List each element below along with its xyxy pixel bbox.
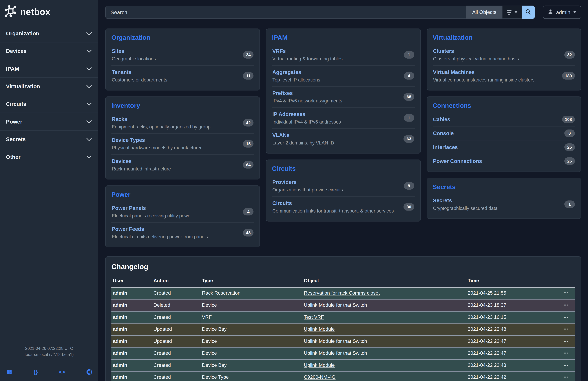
item-link[interactable]: Aggregates	[272, 69, 320, 75]
sidebar-item-other[interactable]: Other	[0, 148, 98, 165]
card-title-circuits[interactable]: Circuits	[272, 165, 415, 173]
user-menu-button[interactable]: admin	[543, 6, 581, 19]
card-title-ipam[interactable]: IPAM	[272, 34, 415, 42]
sidebar-item-devices[interactable]: Devices	[0, 42, 98, 60]
item-link[interactable]: VRFs	[272, 48, 343, 54]
sidebar-nav: OrganizationDevicesIPAMVirtualizationCir…	[0, 25, 98, 166]
count-badge[interactable]: 26	[564, 157, 575, 165]
card-title-inventory[interactable]: Inventory	[111, 102, 254, 110]
count-badge[interactable]: 26	[564, 143, 575, 151]
count-badge[interactable]: 108	[562, 115, 575, 123]
changelog-cell-type: Device	[201, 335, 302, 347]
count-badge[interactable]: 63	[404, 135, 414, 143]
item-link[interactable]: IP Addresses	[272, 111, 341, 117]
docs-book-icon[interactable]	[6, 369, 12, 375]
card-item-prefixes: PrefixesIPv4 & IPv6 network assignments6…	[272, 86, 415, 107]
item-link[interactable]: Prefixes	[272, 90, 342, 96]
count-badge[interactable]: 68	[404, 93, 414, 101]
chevron-down-icon	[86, 102, 92, 106]
item-link[interactable]: Secrets	[433, 197, 498, 203]
main-content: All Objects	[98, 0, 588, 381]
row-menu-button[interactable]: ⋯	[563, 374, 568, 380]
item-link[interactable]: Providers	[272, 179, 343, 185]
item-link[interactable]: VLANs	[272, 132, 334, 138]
card-ipam: IPAMVRFsVirtual routing & forwarding tab…	[266, 29, 420, 154]
count-badge[interactable]: 24	[243, 51, 253, 59]
row-menu-button[interactable]: ⋯	[563, 350, 568, 356]
netbox-logo[interactable]: netbox	[0, 0, 98, 25]
search-filter-button[interactable]	[503, 6, 522, 19]
count-badge[interactable]: 64	[243, 161, 253, 168]
count-badge[interactable]: 32	[564, 51, 575, 59]
object-link[interactable]: Test VRF	[304, 314, 324, 320]
item-link[interactable]: Power Connections	[433, 158, 482, 164]
object-link[interactable]: Reservation for rack Comms closet	[304, 290, 380, 296]
changelog-cell-action: Created	[152, 287, 201, 299]
row-menu-button[interactable]: ⋯	[563, 362, 568, 368]
changelog-cell-time: 2021-04-22 22:43	[466, 359, 558, 371]
row-menu-button[interactable]: ⋯	[563, 302, 568, 308]
row-menu-button[interactable]: ⋯	[563, 290, 568, 296]
count-badge[interactable]: 180	[562, 72, 575, 80]
item-link[interactable]: Clusters	[433, 48, 519, 54]
item-link[interactable]: Interfaces	[433, 144, 458, 150]
object-link[interactable]: Uplink Module	[304, 326, 335, 332]
count-badge[interactable]: 4	[243, 208, 254, 215]
sidebar-item-organization[interactable]: Organization	[0, 25, 98, 42]
card-title-secrets[interactable]: Secrets	[433, 184, 575, 191]
sidebar-item-secrets[interactable]: Secrets	[0, 130, 98, 148]
row-menu-button[interactable]: ⋯	[563, 314, 568, 320]
row-menu-button[interactable]: ⋯	[563, 338, 568, 344]
item-text: CircuitsCommunication links for transit,…	[272, 200, 394, 214]
item-link[interactable]: Racks	[112, 116, 210, 122]
rest-api-braces-icon[interactable]: {}	[34, 369, 38, 375]
item-link[interactable]: Circuits	[272, 200, 394, 206]
row-menu-button[interactable]: ⋯	[563, 326, 568, 332]
code-brackets-icon[interactable]: <>	[59, 369, 65, 375]
count-badge[interactable]: 9	[404, 182, 414, 190]
count-badge[interactable]: 4	[404, 72, 414, 80]
changelog-cell-action: Deleted	[152, 299, 201, 311]
item-link[interactable]: Console	[433, 130, 454, 136]
card-title-organization[interactable]: Organization	[111, 34, 254, 42]
count-badge[interactable]: 48	[243, 229, 253, 237]
item-link[interactable]: Cables	[433, 116, 450, 122]
sidebar-item-circuits[interactable]: Circuits	[0, 95, 98, 112]
item-link[interactable]: Power Panels	[112, 205, 192, 211]
item-link[interactable]: Device Types	[112, 137, 202, 143]
count-badge[interactable]: 15	[243, 140, 253, 148]
count-badge[interactable]: 0	[564, 130, 575, 137]
object-link[interactable]: Uplink Module	[304, 362, 335, 368]
sidebar-item-ipam[interactable]: IPAM	[0, 60, 98, 77]
changelog-cell-time: 2021-04-25 21:55	[466, 287, 558, 299]
changelog-cell-object: C9200-NM-4G	[302, 371, 466, 381]
search-submit-button[interactable]	[522, 6, 535, 19]
search-scope-button[interactable]: All Objects	[466, 6, 503, 19]
count-badge[interactable]: 1	[404, 51, 414, 59]
card-item-tenants: TenantsCustomers or departments11	[111, 65, 254, 86]
topbar: All Objects	[105, 6, 581, 19]
item-link[interactable]: Tenants	[112, 69, 167, 75]
card-item-sites: SitesGeographic locations24	[111, 45, 254, 65]
item-link[interactable]: Devices	[112, 158, 171, 164]
search-input[interactable]	[105, 6, 466, 19]
item-link[interactable]: Virtual Machines	[433, 69, 535, 75]
count-badge[interactable]: 42	[243, 119, 253, 126]
object-link[interactable]: C9200-NM-4G	[304, 374, 336, 380]
count-badge[interactable]: 30	[404, 203, 414, 211]
help-lifebuoy-icon[interactable]	[86, 369, 92, 375]
count-badge[interactable]: 1	[404, 114, 414, 122]
changelog-cell-type: Device	[201, 299, 302, 311]
sidebar-item-power[interactable]: Power	[0, 113, 98, 130]
card-title-power[interactable]: Power	[111, 191, 254, 199]
card-title-virtualization[interactable]: Virtualization	[433, 34, 575, 42]
card-title-connections[interactable]: Connections	[433, 102, 575, 110]
changelog-cell-actions: ⋯	[558, 371, 575, 381]
item-link[interactable]: Sites	[112, 48, 156, 54]
item-link[interactable]: Power Feeds	[112, 226, 208, 232]
sidebar-item-virtualization[interactable]: Virtualization	[0, 77, 98, 95]
count-badge[interactable]: 1	[564, 201, 575, 208]
changelog-cell-time: 2021-04-23 16:15	[466, 311, 558, 323]
count-badge[interactable]: 11	[243, 72, 254, 80]
card-item-vlans: VLANsLayer 2 domains, by VLAN ID63	[272, 128, 415, 149]
